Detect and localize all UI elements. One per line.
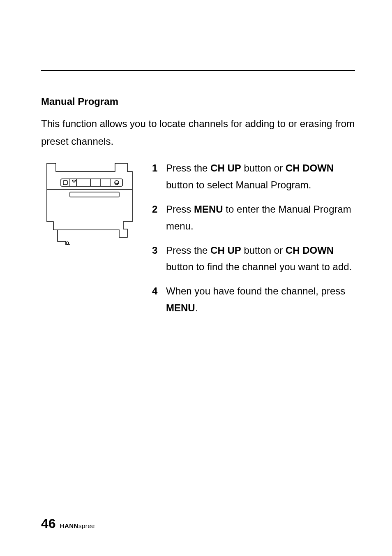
brand-light: spree [78,522,95,529]
rule [41,70,355,71]
step-number: 2 [152,201,166,235]
step-text: button or [241,162,286,174]
footer: 46 HANNspree [41,516,95,531]
step-text: Press the [166,162,210,174]
steps-list: 1Press the CH UP button or CH DOWN butto… [152,160,355,324]
step-text-bold: CH DOWN [286,245,334,256]
step-item: 1Press the CH UP button or CH DOWN butto… [152,160,355,194]
brand-bold: HANN [60,522,78,529]
content-row: 1Press the CH UP button or CH DOWN butto… [41,160,355,324]
step-text-bold: CH UP [210,245,241,256]
step-body: Press the CH UP button or CH DOWN button… [166,160,355,194]
step-text-bold: MENU [166,302,195,313]
section-intro: This function allows you to locate chann… [41,115,355,150]
step-text: button to find the channel you want to a… [166,261,352,272]
brand: HANNspree [60,522,95,529]
step-text-bold: MENU [194,204,223,215]
step-number: 3 [152,242,166,276]
step-number: 1 [152,160,166,194]
step-text: When you have found the channel, press [166,285,345,297]
step-text: Press [166,204,194,215]
step-item: 2Press MENU to enter the Manual Program … [152,201,355,235]
step-body: Press the CH UP button or CH DOWN button… [166,242,355,276]
svg-rect-7 [63,181,67,185]
svg-point-10 [66,242,69,244]
step-body: When you have found the channel, press M… [166,283,355,317]
page-number: 46 [41,516,56,531]
step-text-bold: CH DOWN [286,162,334,174]
svg-rect-9 [70,192,119,197]
page: Manual Program This function allows you … [0,0,392,556]
step-text: button or [241,245,286,256]
step-item: 4When you have found the channel, press … [152,283,355,317]
step-number: 4 [152,283,166,317]
step-text: Press the [166,245,210,256]
step-text: . [195,302,198,313]
step-text-bold: CH UP [210,162,241,174]
step-item: 3Press the CH UP button or CH DOWN butto… [152,242,355,276]
step-body: Press MENU to enter the Manual Program m… [166,201,355,235]
device-diagram [41,160,136,246]
step-text: button to select Manual Program. [166,179,311,190]
section-title: Manual Program [41,96,355,107]
device-svg [41,160,136,246]
